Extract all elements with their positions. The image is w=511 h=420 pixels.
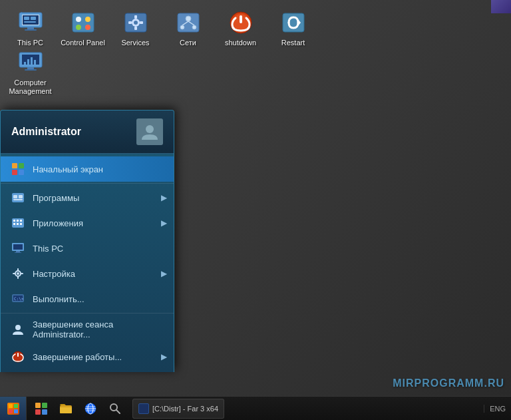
desktop-icon-control-panel[interactable]: Control Panel bbox=[58, 5, 108, 51]
svg-rect-54 bbox=[12, 170, 17, 175]
start-menu-username: Administrator bbox=[11, 126, 81, 138]
svg-rect-9 bbox=[73, 13, 94, 32]
svg-point-13 bbox=[85, 25, 90, 30]
menu-item-shutdown-menu[interactable]: Завершение работы... ▶ bbox=[1, 344, 174, 369]
desktop-icon-this-pc[interactable]: This PC bbox=[5, 5, 55, 51]
desktop-icon-network-label: Сети bbox=[180, 39, 196, 47]
menu-item-settings[interactable]: Настройка ▶ bbox=[1, 261, 174, 286]
svg-rect-59 bbox=[13, 199, 23, 200]
svg-rect-63 bbox=[20, 220, 22, 222]
restart-icon-img bbox=[280, 9, 307, 36]
network-icon-img bbox=[175, 9, 202, 36]
svg-point-51 bbox=[146, 125, 154, 133]
svg-point-22 bbox=[186, 16, 191, 21]
svg-point-80 bbox=[15, 325, 21, 330]
computer-management-icon-img bbox=[17, 49, 44, 76]
svg-rect-55 bbox=[19, 170, 24, 175]
settings-arrow: ▶ bbox=[161, 269, 167, 278]
start-menu-header: Administrator bbox=[1, 110, 174, 154]
svg-rect-36 bbox=[24, 62, 26, 65]
taskbar-window-items: [C:\Distr] - Far 3 x64 bbox=[130, 397, 484, 420]
start-menu: Administrator На bbox=[0, 110, 174, 372]
svg-rect-29 bbox=[240, 15, 242, 23]
svg-rect-86 bbox=[14, 409, 18, 413]
run-icon: C:\> bbox=[10, 291, 26, 307]
computer-management-label: Computer Management bbox=[8, 79, 53, 96]
svg-rect-88 bbox=[42, 403, 47, 408]
taskbar-pin-folder[interactable] bbox=[54, 397, 78, 421]
svg-point-24 bbox=[192, 25, 196, 29]
shutdown-menu-label: Завершение работы... bbox=[33, 352, 164, 362]
svg-rect-62 bbox=[17, 220, 19, 222]
taskbar-pin-windows[interactable] bbox=[29, 397, 53, 421]
shutdown-arrow: ▶ bbox=[161, 352, 167, 361]
svg-point-11 bbox=[85, 17, 90, 22]
svg-rect-7 bbox=[31, 17, 36, 20]
svg-rect-75 bbox=[13, 273, 15, 274]
svg-rect-37 bbox=[27, 59, 29, 65]
taskbar-clock: ENG bbox=[490, 405, 506, 413]
svg-rect-18 bbox=[134, 27, 137, 30]
programs-label: Программы bbox=[33, 193, 164, 203]
svg-rect-17 bbox=[134, 15, 137, 19]
svg-point-12 bbox=[76, 25, 81, 30]
svg-rect-90 bbox=[42, 409, 47, 415]
svg-rect-61 bbox=[13, 220, 15, 222]
watermark: MIRPROGRAMM.RU bbox=[393, 377, 504, 389]
svg-rect-58 bbox=[19, 195, 23, 198]
svg-rect-87 bbox=[35, 403, 41, 408]
desktop-icon-restart-label: Restart bbox=[281, 39, 305, 47]
menu-item-run[interactable]: C:\> Выполнить... bbox=[1, 286, 174, 312]
taskbar-right: ENG bbox=[484, 405, 511, 413]
svg-rect-83 bbox=[9, 404, 13, 408]
taskbar-far-manager-item[interactable]: [C:\Distr] - Far 3 x64 bbox=[132, 399, 224, 419]
signout-icon bbox=[10, 321, 26, 337]
desktop-icon-restart[interactable]: Restart bbox=[268, 5, 318, 51]
menu-item-programs[interactable]: Программы ▶ bbox=[1, 185, 174, 210]
svg-rect-35 bbox=[25, 69, 37, 71]
services-icon-img bbox=[122, 9, 149, 36]
desktop-icon-control-panel-label: Control Panel bbox=[61, 39, 105, 47]
svg-point-10 bbox=[76, 17, 81, 22]
menu-item-signout[interactable]: Завершение сеанса Administrator... bbox=[1, 315, 174, 344]
settings-icon bbox=[10, 266, 26, 282]
svg-rect-53 bbox=[19, 163, 24, 168]
taskbar-far-manager-label: [C:\Distr] - Far 3 x64 bbox=[152, 405, 218, 413]
menu-item-this-pc[interactable]: This PC bbox=[1, 236, 174, 261]
taskbar: [C:\Distr] - Far 3 x64 ENG bbox=[0, 396, 511, 420]
taskbar-pin-search[interactable] bbox=[103, 397, 127, 421]
svg-rect-85 bbox=[9, 409, 13, 413]
menu-divider-1 bbox=[1, 183, 174, 184]
desktop-icon-computer-management[interactable]: Computer Management bbox=[5, 45, 55, 100]
svg-rect-92 bbox=[60, 407, 72, 413]
settings-label: Настройка bbox=[33, 269, 164, 279]
svg-rect-57 bbox=[13, 195, 17, 198]
shutdown-icon-img bbox=[228, 9, 254, 36]
svg-rect-6 bbox=[24, 17, 29, 20]
desktop-icon-shutdown[interactable]: shutdown bbox=[216, 5, 265, 51]
desktop-icon-services[interactable]: Services bbox=[110, 5, 160, 51]
shutdown-menu-icon bbox=[10, 349, 26, 365]
control-panel-icon-img bbox=[70, 9, 96, 36]
far-manager-taskbar-icon bbox=[138, 403, 149, 414]
start-icon bbox=[7, 403, 19, 415]
svg-rect-70 bbox=[15, 252, 21, 253]
taskbar-start-button[interactable] bbox=[0, 397, 27, 421]
start-screen-label: Начальный экран bbox=[33, 164, 164, 174]
svg-rect-82 bbox=[17, 353, 19, 357]
desktop-icon-network[interactable]: Сети bbox=[163, 5, 213, 51]
start-screen-icon bbox=[10, 161, 26, 177]
this-pc-menu-label: This PC bbox=[33, 244, 164, 254]
run-label: Выполнить... bbox=[33, 294, 164, 304]
taskbar-pin-ie[interactable] bbox=[79, 397, 102, 421]
svg-rect-30 bbox=[283, 13, 304, 32]
svg-point-23 bbox=[180, 25, 184, 29]
taskbar-pinned-items bbox=[27, 397, 130, 420]
svg-line-99 bbox=[116, 410, 120, 413]
svg-rect-84 bbox=[14, 404, 18, 408]
desktop-icon-shutdown-label: shutdown bbox=[225, 39, 256, 47]
start-menu-avatar bbox=[136, 118, 163, 145]
svg-rect-52 bbox=[12, 163, 17, 168]
menu-item-apps[interactable]: Приложения ▶ bbox=[1, 210, 174, 236]
menu-item-start-screen[interactable]: Начальный экран bbox=[1, 156, 174, 182]
